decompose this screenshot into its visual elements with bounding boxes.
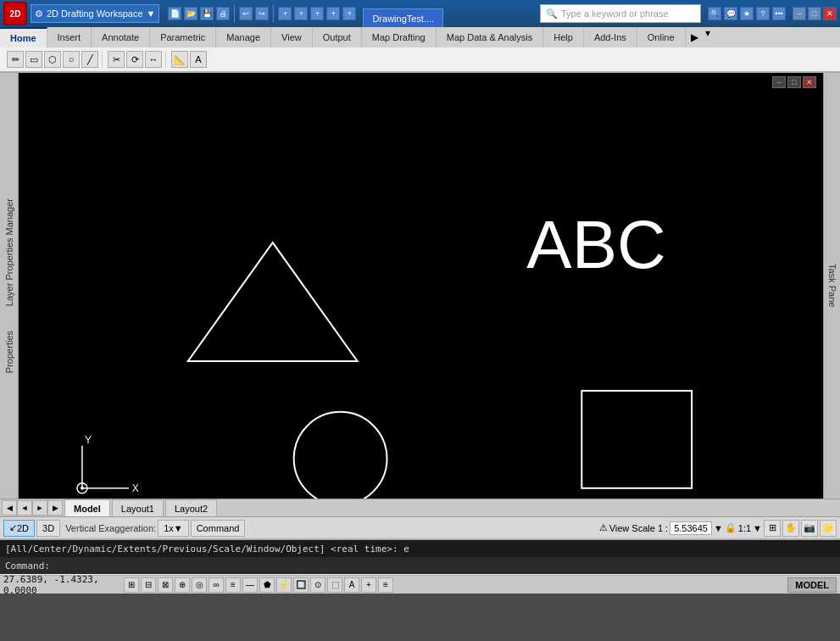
maximize-button[interactable]: □ — [808, 7, 821, 20]
status-icon-3[interactable]: 📷 — [801, 520, 818, 537]
workspace-selector[interactable]: ⚙ 2D Drafting Workspace ▼ — [31, 4, 159, 23]
exaggeration-value: 1x — [164, 523, 174, 533]
dyn-toggle[interactable]: ≡ — [225, 577, 241, 593]
minimize-button[interactable]: − — [793, 7, 806, 20]
lweight-toggle[interactable]: — — [242, 577, 258, 593]
ribbon-tool-2[interactable]: ▭ — [25, 51, 42, 68]
ribbon-tool-5[interactable]: ╱ — [81, 51, 98, 68]
exaggeration-val[interactable]: 1x ▼ — [158, 520, 189, 537]
sel-toggle[interactable]: ⬚ — [327, 577, 342, 593]
star-btn[interactable]: ★ — [740, 7, 754, 20]
search-icon-btn[interactable]: 🔍 — [708, 7, 721, 20]
print-btn[interactable]: 🖨 — [216, 7, 230, 20]
tab-map-data[interactable]: Map Data & Analysis — [437, 27, 544, 47]
tab-nav-prev-end[interactable]: ◀ — [2, 500, 17, 516]
undo-btn[interactable]: ↩ — [239, 7, 253, 20]
help-btn[interactable]: ? — [756, 7, 770, 20]
canvas-close-btn[interactable]: ✕ — [803, 76, 816, 88]
extra-ctrl1[interactable]: ••• — [772, 7, 786, 20]
extra-icon2[interactable]: ≡ — [378, 577, 393, 593]
view-scale-group: ⚠ View Scale 1 : 5.53645 ▼ 🔒 1:1 ▼ ⊞ ✋ 📷… — [599, 520, 837, 537]
extra-icon1[interactable]: + — [361, 577, 376, 593]
tab-help[interactable]: Help — [543, 27, 584, 47]
arrow-left-icon: ↙ — [9, 522, 17, 533]
extra-btn2[interactable]: + — [294, 7, 308, 20]
command-button[interactable]: Command — [191, 520, 246, 537]
grid-toggle[interactable]: ⊟ — [141, 577, 156, 593]
sidebar-task-pane[interactable]: Task Pane — [827, 264, 837, 307]
tab-parametric[interactable]: Parametric — [150, 27, 216, 47]
ribbon-tool-10[interactable]: A — [190, 51, 207, 68]
ribbon-tool-4[interactable]: ○ — [63, 51, 80, 68]
sidebar-layer-properties[interactable]: Layer Properties Manager — [3, 195, 16, 309]
tab-home[interactable]: Home — [0, 27, 47, 47]
gear-icon: ⚙ — [35, 8, 43, 20]
tab-output[interactable]: Output — [313, 27, 362, 47]
canvas-max-btn[interactable]: □ — [787, 76, 801, 88]
tab-layout2[interactable]: Layout2 — [165, 499, 217, 516]
workspace-label: 2D Drafting Workspace — [47, 8, 143, 19]
new-btn[interactable]: 📄 — [168, 7, 181, 20]
btn-2d[interactable]: ↙ 2D — [3, 520, 35, 537]
tab-nav-next-end[interactable]: ▶ — [47, 500, 63, 516]
qp-toggle[interactable]: ⚡ — [276, 577, 292, 593]
status-icon-4[interactable]: 🌟 — [820, 520, 837, 537]
tab-insert[interactable]: Insert — [47, 27, 92, 47]
extra-btn4[interactable]: + — [326, 7, 340, 20]
tab-manage[interactable]: Manage — [216, 27, 271, 47]
search-box[interactable]: 🔍 Type a keyword or phrase — [540, 4, 701, 23]
tab-addins[interactable]: Add-Ins — [584, 27, 637, 47]
ribbon-tool-9[interactable]: 📐 — [171, 51, 188, 68]
tpoly-toggle[interactable]: ⬟ — [259, 577, 275, 593]
canvas-min-btn[interactable]: − — [772, 76, 786, 88]
polar-toggle[interactable]: ⊕ — [175, 577, 190, 593]
shape-triangle — [188, 242, 358, 361]
btn-3d[interactable]: 3D — [36, 520, 60, 537]
file-tab-drawing[interactable]: DrawingTest.... — [363, 8, 443, 27]
ribbon-menu-btn[interactable]: ▾ — [705, 27, 710, 47]
tab-layout1[interactable]: Layout1 — [112, 499, 164, 516]
extra-btn3[interactable]: + — [310, 7, 324, 20]
tab-nav-prev[interactable]: ◄ — [17, 500, 32, 516]
canvas-inner-controls: − □ ✕ — [772, 76, 816, 88]
btn-2d-label: 2D — [17, 523, 29, 533]
ribbon-more-btn[interactable]: ▶ — [686, 27, 704, 47]
ribbon-tool-6[interactable]: ✂ — [108, 51, 125, 68]
snap-btn[interactable]: ⊞ — [764, 520, 781, 537]
tab-online[interactable]: Online — [637, 27, 686, 47]
app-logo-text: 2D — [10, 9, 21, 19]
search-icon: 🔍 — [546, 8, 558, 20]
annscale-toggle[interactable]: A — [344, 577, 359, 593]
tab-nav-next[interactable]: ► — [32, 500, 47, 516]
sidebar-properties[interactable]: Properties — [3, 327, 16, 376]
ortho-toggle[interactable]: ⊠ — [158, 577, 173, 593]
redo-btn[interactable]: ↪ — [255, 7, 269, 20]
extra-btn5[interactable]: + — [342, 7, 356, 20]
canvas-area[interactable]: − □ ✕ ABC Y X — [19, 73, 823, 499]
pan-btn[interactable]: ✋ — [782, 520, 799, 537]
ribbon-tool-1[interactable]: ✏ — [7, 51, 24, 68]
osnap-toggle[interactable]: ◎ — [192, 577, 207, 593]
am-toggle[interactable]: ⊙ — [310, 577, 325, 593]
svg-text:X: X — [132, 482, 139, 494]
command-label: Command — [197, 523, 240, 533]
sc-toggle[interactable]: 🔲 — [293, 577, 309, 593]
otrack-toggle[interactable]: ∞ — [209, 577, 224, 593]
ribbon-tool-8[interactable]: ↔ — [145, 51, 162, 68]
coordinates-display: 27.6389, -1.4323, 0.0000 — [3, 574, 122, 596]
close-button[interactable]: ✕ — [823, 7, 837, 20]
open-btn[interactable]: 📂 — [184, 7, 197, 20]
ribbon-tool-3[interactable]: ⬡ — [44, 51, 61, 68]
view-scale-value[interactable]: 5.53645 — [670, 521, 712, 535]
tooltip-btn[interactable]: 💬 — [724, 7, 737, 20]
command-input[interactable] — [53, 560, 835, 571]
tab-view[interactable]: View — [271, 27, 313, 47]
tab-model[interactable]: Model — [64, 499, 110, 516]
tab-annotate[interactable]: Annotate — [92, 27, 150, 47]
save-btn[interactable]: 💾 — [200, 7, 214, 20]
tab-map-drafting[interactable]: Map Drafting — [362, 27, 437, 47]
extra-btn1[interactable]: + — [278, 7, 292, 20]
ribbon-tool-7[interactable]: ⟳ — [126, 51, 143, 68]
command-area: [All/Center/Dynamic/Extents/Previous/Sca… — [0, 539, 840, 575]
snap-toggle[interactable]: ⊞ — [124, 577, 139, 593]
